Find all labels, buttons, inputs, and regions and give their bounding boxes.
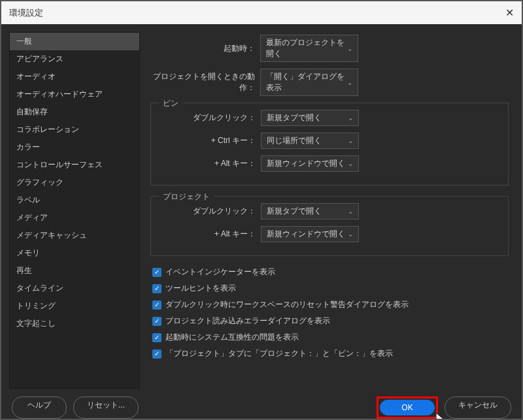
sidebar-item-control-surface[interactable]: コントロールサーフェス [10, 156, 139, 174]
sidebar-label: オーディオ [16, 72, 56, 81]
sidebar-label: コラボレーション [16, 125, 79, 134]
button-label: ヘルプ [27, 400, 51, 410]
sidebar-label: タイムライン [16, 283, 63, 293]
chevron-down-icon: ⌄ [348, 137, 353, 144]
checkbox-tab-label[interactable]: ✓ 「プロジェクト」タブに「プロジェクト：」と「ビン：」を表示 [150, 348, 509, 359]
close-icon[interactable]: ✕ [505, 7, 514, 19]
main-panel: 起動時： 最新のプロジェクトを開く ⌄ プロジェクトを開くときの動作： 「開く」… [145, 32, 514, 389]
open-project-select[interactable]: 「開く」ダイアログを表示 ⌄ [260, 69, 358, 96]
bin-ctrl-label: + Ctrl キー： [151, 135, 256, 146]
project-legend: プロジェクト [159, 191, 214, 202]
chevron-down-icon: ⌄ [347, 45, 352, 52]
help-button[interactable]: ヘルプ [12, 396, 67, 419]
checkbox-label: イベントインジケーターを表示 [165, 267, 275, 278]
project-fieldset: プロジェクト ダブルクリック： 新規タブで開く ⌄ + Alt キー： 新規ウィ… [150, 196, 509, 256]
project-dblclick-label: ダブルクリック： [151, 206, 256, 217]
bin-dblclick-select[interactable]: 新規タブで開く ⌄ [261, 110, 359, 126]
select-value: 最新のプロジェクトを開く [266, 37, 347, 59]
sidebar-label: メモリ [16, 248, 40, 257]
sidebar-label: 一般 [16, 37, 32, 46]
sidebar-label: メディア [16, 213, 48, 222]
sidebar-label: ラベル [16, 195, 40, 204]
checkbox-icon: ✓ [152, 349, 161, 359]
bin-fieldset: ビン ダブルクリック： 新規タブで開く ⌄ + Ctrl キー： 同じ場所で開く… [150, 103, 509, 186]
select-value: 「開く」ダイアログを表示 [266, 71, 347, 93]
sidebar-label: メディアキャッシュ [16, 231, 87, 240]
bin-ctrl-select[interactable]: 同じ場所で開く ⌄ [261, 133, 359, 149]
sidebar-label: グラフィック [16, 178, 63, 187]
chevron-down-icon: ⌄ [348, 208, 353, 215]
startup-select[interactable]: 最新のプロジェクトを開く ⌄ [260, 35, 358, 62]
dialog-body: 一般 アピアランス オーディオ オーディオハードウェア 自動保存 コラボレーショ… [1, 24, 522, 396]
checkbox-label: プロジェクト読み込みエラーダイアログを表示 [165, 315, 330, 327]
titlebar: 環境設定 ✕ [1, 1, 522, 24]
open-project-label: プロジェクトを開くときの動作： [150, 71, 255, 93]
sidebar-item-trimming[interactable]: トリミング [10, 297, 139, 315]
checkbox-icon: ✓ [152, 268, 161, 277]
sidebar-item-autosave[interactable]: 自動保存 [10, 103, 139, 121]
cancel-button[interactable]: キャンセル [445, 396, 511, 419]
checkbox-event-indicator[interactable]: ✓ イベントインジケーターを表示 [150, 267, 509, 278]
select-value: 新規ウィンドウで開く [267, 229, 345, 240]
sidebar-label: カラー [16, 142, 40, 152]
button-label: キャンセル [458, 400, 498, 410]
sidebar-label: 再生 [16, 266, 32, 275]
sidebar: 一般 アピアランス オーディオ オーディオハードウェア 自動保存 コラボレーショ… [9, 32, 140, 389]
sidebar-item-collaboration[interactable]: コラボレーション [10, 121, 139, 138]
sidebar-label: アピアランス [16, 54, 63, 63]
select-value: 同じ場所で開く [267, 135, 322, 146]
reset-button[interactable]: リセット... [73, 396, 139, 419]
chevron-down-icon: ⌄ [348, 231, 353, 238]
project-alt-label: + Alt キー： [151, 229, 256, 240]
bin-alt-select[interactable]: 新規ウィンドウで開く ⌄ [261, 155, 359, 172]
select-value: 新規タブで開く [267, 112, 322, 123]
chevron-down-icon: ⌄ [347, 79, 352, 86]
checkbox-icon: ✓ [152, 333, 161, 342]
sidebar-label: 自動保存 [16, 107, 48, 116]
sidebar-item-color[interactable]: カラー [10, 138, 139, 156]
sidebar-label: トリミング [16, 301, 56, 310]
project-dblclick-select[interactable]: 新規タブで開く ⌄ [261, 203, 359, 219]
project-alt-select[interactable]: 新規ウィンドウで開く ⌄ [261, 226, 359, 242]
button-label: リセット... [87, 400, 125, 410]
chevron-down-icon: ⌄ [348, 160, 353, 167]
bin-dblclick-label: ダブルクリック： [151, 112, 256, 123]
sidebar-item-playback[interactable]: 再生 [10, 262, 139, 280]
checkbox-icon: ✓ [152, 300, 161, 310]
checkbox-compatibility[interactable]: ✓ 起動時にシステム互換性の問題を表示 [150, 332, 509, 343]
startup-label: 起動時： [150, 43, 255, 54]
select-value: 新規タブで開く [267, 206, 322, 217]
checkbox-label: ダブルクリック時にワークスペースのリセット警告ダイアログを表示 [165, 299, 409, 310]
bin-legend: ビン [159, 98, 182, 109]
ok-button[interactable]: OK [380, 400, 435, 415]
sidebar-item-audio[interactable]: オーディオ [10, 68, 139, 86]
sidebar-item-graphics[interactable]: グラフィック [10, 174, 139, 191]
checkbox-label: ツールヒントを表示 [165, 283, 236, 294]
checkbox-workspace-reset[interactable]: ✓ ダブルクリック時にワークスペースのリセット警告ダイアログを表示 [150, 299, 509, 310]
sidebar-item-media-cache[interactable]: メディアキャッシュ [10, 227, 139, 244]
checkbox-label: 「プロジェクト」タブに「プロジェクト：」と「ビン：」を表示 [165, 348, 393, 359]
sidebar-item-audio-hardware[interactable]: オーディオハードウェア [10, 86, 139, 103]
footer: ヘルプ リセット... OK キャンセル [1, 396, 522, 420]
sidebar-label: オーディオハードウェア [16, 89, 103, 99]
sidebar-label: コントロールサーフェス [16, 160, 103, 169]
checkbox-tooltips[interactable]: ✓ ツールヒントを表示 [150, 283, 509, 294]
sidebar-item-timeline[interactable]: タイムライン [10, 280, 139, 297]
dialog-title: 環境設定 [9, 7, 43, 19]
sidebar-item-memory[interactable]: メモリ [10, 244, 139, 262]
chevron-down-icon: ⌄ [348, 114, 353, 121]
highlight-box: OK [377, 396, 438, 419]
button-label: OK [401, 403, 413, 412]
sidebar-item-transcription[interactable]: 文字起こし [10, 315, 139, 332]
sidebar-item-general[interactable]: 一般 [10, 33, 139, 50]
select-value: 新規ウィンドウで開く [267, 158, 345, 169]
bin-alt-label: + Alt キー： [151, 158, 256, 169]
checkbox-icon: ✓ [152, 284, 161, 293]
checkbox-icon: ✓ [152, 317, 161, 326]
sidebar-label: 文字起こし [16, 319, 56, 328]
sidebar-item-labels[interactable]: ラベル [10, 191, 139, 209]
checkbox-label: 起動時にシステム互換性の問題を表示 [165, 332, 299, 343]
sidebar-item-media[interactable]: メディア [10, 209, 139, 227]
checkbox-load-error[interactable]: ✓ プロジェクト読み込みエラーダイアログを表示 [150, 315, 509, 327]
sidebar-item-appearance[interactable]: アピアランス [10, 50, 139, 68]
